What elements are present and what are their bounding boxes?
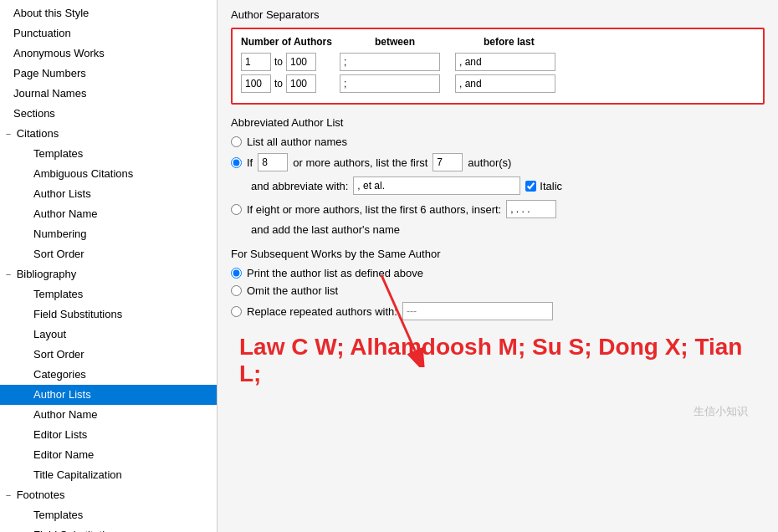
collapse-icon-bib: − [3, 266, 13, 283]
last-author-row: and add the last author's name [251, 223, 765, 236]
subsequent-title: For Subsequent Works by the Same Author [231, 248, 765, 260]
if-n-row: If or more authors, list the first autho… [231, 153, 765, 171]
abbrev-with-row: and abbreviate with: Italic [251, 176, 765, 195]
and-abbrev-label: and abbreviate with: [251, 180, 348, 192]
replace-radio[interactable] [231, 306, 242, 317]
italic-checkbox[interactable] [525, 181, 536, 192]
col-num-authors: Number of Authors [241, 36, 375, 48]
first-num-input[interactable] [433, 153, 463, 171]
or-more-label: or more authors, list the first [293, 156, 427, 169]
annotation-area: Law C W; Alhamdoosh M; Su S; Dong X; Tia… [231, 334, 765, 419]
separator-box: Number of Authors between before last to… [231, 28, 765, 105]
row2-to[interactable] [286, 74, 316, 93]
sidebar-item-author-lists-bib[interactable]: Author Lists [0, 385, 217, 405]
italic-checkbox-row: Italic [525, 180, 562, 192]
sidebar-item-numbering[interactable]: Numbering [0, 224, 217, 244]
sidebar-item-journal-names[interactable]: Journal Names [0, 84, 217, 104]
print-radio[interactable] [231, 268, 242, 279]
sidebar-item-categories[interactable]: Categories [0, 365, 217, 385]
list-all-row: List all author names [231, 136, 765, 148]
omit-radio[interactable] [231, 285, 242, 296]
sidebar-item-layout[interactable]: Layout [0, 325, 217, 345]
sidebar-item-about[interactable]: About this Style [0, 3, 217, 23]
row2-from[interactable] [241, 74, 271, 93]
sidebar-group-footnotes[interactable]: − Footnotes [0, 485, 217, 505]
row2-between[interactable] [340, 74, 440, 93]
if-label: If [247, 156, 253, 169]
sidebar-item-templates-fn[interactable]: Templates [0, 505, 217, 525]
sidebar-item-ambiguous-citations[interactable]: Ambiguous Citations [0, 164, 217, 184]
eight-or-more-label: If eight or more authors, list the first… [247, 203, 501, 216]
row1-before-last[interactable] [455, 53, 555, 71]
sidebar-item-field-substitutions-fn[interactable]: Field Substitutions [0, 525, 217, 532]
separator-header: Number of Authors between before last [241, 36, 755, 48]
author-separators-title: Author Separators [231, 8, 765, 21]
sidebar-item-anonymous-works[interactable]: Anonymous Works [0, 43, 217, 64]
author-separators-section: Author Separators Number of Authors betw… [231, 8, 765, 105]
subsequent-section: For Subsequent Works by the Same Author … [231, 248, 765, 320]
separator-row-2: to [241, 74, 755, 93]
row2-to-label: to [274, 78, 283, 90]
abbreviated-section: Abbreviated Author List List all author … [231, 116, 765, 236]
sidebar-item-page-numbers[interactable]: Page Numbers [0, 64, 217, 84]
sidebar-item-templates-cit[interactable]: Templates [0, 144, 217, 164]
eight-or-more-row: If eight or more authors, list the first… [231, 200, 765, 218]
red-arrow [356, 267, 457, 367]
row2-before-last[interactable] [455, 74, 555, 93]
sidebar-item-editor-lists[interactable]: Editor Lists [0, 425, 217, 445]
eight-or-more-radio[interactable] [231, 204, 242, 215]
sidebar-item-field-substitutions[interactable]: Field Substitutions [0, 304, 217, 325]
print-row: Print the author list as defined above [231, 267, 765, 279]
abbreviated-title: Abbreviated Author List [231, 116, 765, 129]
row1-to-label: to [274, 56, 283, 68]
col-between: between [375, 36, 484, 48]
col-before-last: before last [484, 36, 617, 48]
sidebar-item-templates-bib[interactable]: Templates [0, 284, 217, 304]
if-n-radio[interactable] [231, 157, 242, 168]
sidebar-item-sort-order-cit[interactable]: Sort Order [0, 244, 217, 264]
watermark: 生信小知识 [218, 404, 748, 419]
list-all-radio[interactable] [231, 136, 242, 147]
italic-label: Italic [540, 180, 562, 192]
row1-from[interactable] [241, 53, 271, 71]
omit-row: Omit the author list [231, 284, 765, 297]
omit-label: Omit the author list [247, 284, 338, 297]
replace-row: Replace repeated authors with: [231, 302, 765, 320]
if-num-input[interactable] [258, 153, 288, 171]
list-all-label: List all author names [247, 136, 347, 148]
sidebar-item-title-capitalization[interactable]: Title Capitalization [0, 465, 217, 485]
insert-input[interactable] [506, 200, 556, 218]
sidebar-item-author-name-cit[interactable]: Author Name [0, 204, 217, 224]
row1-between[interactable] [340, 53, 440, 71]
sidebar-item-punctuation[interactable]: Punctuation [0, 23, 217, 43]
separator-row-1: to [241, 53, 755, 71]
main-content: Author Separators Number of Authors betw… [218, 0, 778, 532]
annotation-text: Law C W; Alhamdoosh M; Su S; Dong X; Tia… [239, 334, 765, 387]
last-author-label: and add the last author's name [251, 223, 400, 236]
authors-label: author(s) [468, 156, 511, 169]
abbrev-input[interactable] [353, 176, 520, 195]
svg-line-1 [381, 275, 415, 350]
sidebar: About this Style Punctuation Anonymous W… [0, 0, 218, 532]
row1-to[interactable] [286, 53, 316, 71]
sidebar-item-editor-name[interactable]: Editor Name [0, 445, 217, 465]
collapse-icon-fn: − [3, 487, 13, 504]
sidebar-group-bibliography[interactable]: − Bibliography [0, 264, 217, 284]
sidebar-group-citations[interactable]: − Citations [0, 124, 217, 144]
sidebar-item-sections[interactable]: Sections [0, 104, 217, 124]
sidebar-item-author-name-bib[interactable]: Author Name [0, 405, 217, 425]
sidebar-item-author-lists-cit[interactable]: Author Lists [0, 184, 217, 204]
collapse-icon: − [3, 125, 13, 142]
sidebar-item-sort-order-bib[interactable]: Sort Order [0, 345, 217, 365]
